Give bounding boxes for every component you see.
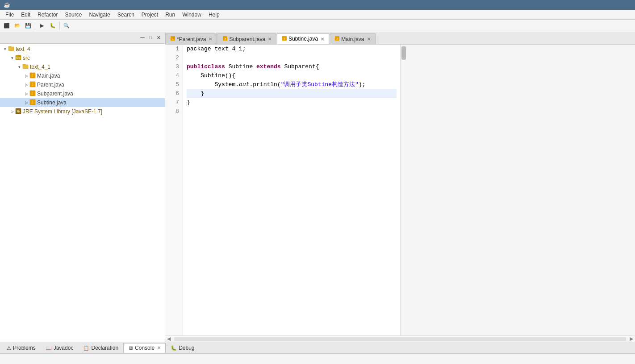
tree-toggle-icon[interactable]: ▷ bbox=[23, 99, 29, 106]
bottom-tab-icon: ⚠ bbox=[7, 345, 11, 351]
tree-item[interactable]: ▷JSubtine.java bbox=[0, 98, 165, 107]
tab-close-btn[interactable]: ✕ bbox=[321, 37, 324, 41]
tree-item[interactable]: ▷JParent.java bbox=[0, 80, 165, 89]
line-number: 6 bbox=[169, 89, 179, 98]
svg-rect-5 bbox=[23, 64, 25, 65]
code-line: } bbox=[187, 89, 397, 98]
bottom-tab-problems[interactable]: ⚠Problems bbox=[2, 343, 41, 353]
tree-item[interactable]: ▷libJRE System Library [JavaSE-1.7] bbox=[0, 107, 165, 116]
bottom-tab-console[interactable]: 🖥Console✕ bbox=[123, 343, 166, 353]
menu-item-refactor[interactable]: Refactor bbox=[34, 11, 61, 19]
menu-item-source[interactable]: Source bbox=[61, 11, 85, 19]
editor-body: 12345678 package text_4_1;public class S… bbox=[165, 45, 635, 342]
tab-file-icon: J bbox=[282, 36, 288, 42]
tree-item-label: src bbox=[23, 55, 30, 61]
vertical-scroll-thumb[interactable] bbox=[401, 46, 406, 60]
tab-label: *Parent.java bbox=[177, 36, 206, 42]
toolbar-btn-debug[interactable]: 🐛 bbox=[48, 21, 58, 31]
code-line bbox=[187, 54, 397, 62]
horizontal-scrollbar[interactable]: ◀ ▶ bbox=[165, 335, 635, 342]
code-line: package text_4_1; bbox=[187, 45, 397, 54]
sidebar-close-btn[interactable]: ✕ bbox=[155, 34, 162, 41]
code-editor[interactable]: 12345678 package text_4_1;public class S… bbox=[165, 45, 400, 335]
menu-item-help[interactable]: Help bbox=[205, 11, 223, 19]
tree-item[interactable]: ▾text_4_1 bbox=[0, 62, 165, 71]
vertical-scrollbar[interactable] bbox=[400, 45, 635, 335]
toolbar-btn-save[interactable]: 💾 bbox=[23, 21, 33, 31]
svg-text:J: J bbox=[172, 37, 174, 41]
tree-node-icon: J bbox=[29, 90, 36, 98]
toolbar-btn-new[interactable]: ⬛ bbox=[2, 21, 12, 31]
svg-rect-4 bbox=[23, 65, 28, 69]
tree-item[interactable]: ▷JMain.java bbox=[0, 71, 165, 80]
editor-tab[interactable]: J*Parent.java✕ bbox=[165, 33, 217, 44]
tree-item[interactable]: ▷JSubparent.java bbox=[0, 89, 165, 98]
line-number: 1 bbox=[169, 45, 179, 54]
tree-toggle-icon[interactable]: ▷ bbox=[23, 82, 29, 88]
editor-area: J*Parent.java✕JSubparent.java✕JSubtine.j… bbox=[165, 32, 635, 342]
tree-toggle-icon[interactable]: ▷ bbox=[23, 91, 29, 97]
tree-item[interactable]: ▾text_4 bbox=[0, 45, 165, 54]
toolbar-sep-2 bbox=[59, 22, 60, 30]
tree-item[interactable]: ▾srcsrc bbox=[0, 54, 165, 62]
tree-node-icon: lib bbox=[15, 108, 21, 116]
tab-close-btn[interactable]: ✕ bbox=[209, 37, 212, 41]
sidebar-maximize-btn[interactable]: □ bbox=[147, 34, 154, 41]
svg-text:J: J bbox=[32, 91, 33, 95]
editor-tab[interactable]: JSubtine.java✕ bbox=[277, 33, 329, 44]
bottom-tab-bar: ⚠Problems📖Javadoc📋Declaration🖥Console✕🐛D… bbox=[0, 342, 635, 354]
tree-toggle-icon[interactable]: ▾ bbox=[9, 55, 15, 61]
bottom-tab-close-btn[interactable]: ✕ bbox=[157, 345, 161, 350]
tree-toggle-icon[interactable]: ▷ bbox=[9, 108, 15, 115]
svg-text:J: J bbox=[32, 74, 33, 78]
menu-item-run[interactable]: Run bbox=[162, 11, 179, 19]
tree-node-icon bbox=[8, 46, 14, 53]
toolbar-btn-run[interactable]: ▶ bbox=[37, 21, 47, 31]
package-explorer-panel: — □ ✕ ▾text_4▾srcsrc▾text_4_1▷JMain.java… bbox=[0, 32, 165, 342]
h-scroll-right-arrow[interactable]: ▶ bbox=[628, 336, 635, 342]
bottom-tab-declaration[interactable]: 📋Declaration bbox=[78, 343, 123, 353]
tree-node-icon: J bbox=[29, 99, 36, 107]
editor-tab[interactable]: JSubparent.java✕ bbox=[217, 33, 276, 44]
tree-toggle-icon[interactable]: ▷ bbox=[23, 73, 29, 79]
tree-toggle-icon[interactable]: ▾ bbox=[16, 64, 22, 70]
tree-toggle-icon[interactable]: ▾ bbox=[2, 46, 8, 52]
code-line: public class Subtine extends Subparent{ bbox=[187, 62, 397, 71]
toolbar-btn-open[interactable]: 📂 bbox=[13, 21, 22, 31]
code-lines[interactable]: package text_4_1;public class Subtine ex… bbox=[183, 45, 400, 335]
toolbar-btn-search[interactable]: 🔍 bbox=[62, 21, 71, 31]
code-line: System.out.println("调用子类Subtine构造方法"); bbox=[187, 80, 397, 89]
svg-text:lib: lib bbox=[17, 110, 20, 113]
tab-file-icon: J bbox=[170, 36, 177, 42]
tree-item-label: Subtine.java bbox=[37, 99, 67, 106]
tab-close-btn[interactable]: ✕ bbox=[367, 37, 371, 41]
bottom-tab-label: Console bbox=[135, 345, 155, 351]
menu-item-edit[interactable]: Edit bbox=[17, 11, 34, 19]
bottom-tab-debug[interactable]: 🐛Debug bbox=[166, 343, 199, 353]
editor-tab[interactable]: JMain.java✕ bbox=[330, 33, 375, 44]
bottom-panel: ⚠Problems📖Javadoc📋Declaration🖥Console✕🐛D… bbox=[0, 342, 635, 364]
h-scroll-left-arrow[interactable]: ◀ bbox=[165, 336, 172, 342]
menu-bar: FileEditRefactorSourceNavigateSearchProj… bbox=[0, 10, 635, 20]
svg-text:J: J bbox=[225, 37, 226, 41]
svg-text:J: J bbox=[32, 100, 33, 104]
menu-item-window[interactable]: Window bbox=[179, 11, 205, 19]
tab-label: Main.java bbox=[341, 36, 364, 42]
h-scroll-track bbox=[174, 337, 626, 341]
bottom-tab-label: Debug bbox=[179, 345, 194, 351]
menu-item-file[interactable]: File bbox=[2, 11, 17, 19]
tab-close-btn[interactable]: ✕ bbox=[268, 37, 272, 41]
line-number: 3 bbox=[169, 62, 179, 71]
menu-item-navigate[interactable]: Navigate bbox=[85, 11, 113, 19]
svg-rect-1 bbox=[8, 46, 11, 47]
tab-label: Subtine.java bbox=[288, 36, 318, 42]
bottom-tab-javadoc[interactable]: 📖Javadoc bbox=[41, 343, 79, 353]
menu-item-search[interactable]: Search bbox=[114, 11, 138, 19]
line-number: 2 bbox=[169, 54, 179, 62]
menu-item-project[interactable]: Project bbox=[138, 11, 162, 19]
app-icon: ☕ bbox=[4, 2, 10, 8]
tree-item-label: JRE System Library [JavaSE-1.7] bbox=[23, 108, 102, 115]
code-line: Subtine(){ bbox=[187, 71, 397, 80]
bottom-tab-icon: 📖 bbox=[46, 345, 52, 351]
sidebar-minimize-btn[interactable]: — bbox=[139, 34, 146, 41]
